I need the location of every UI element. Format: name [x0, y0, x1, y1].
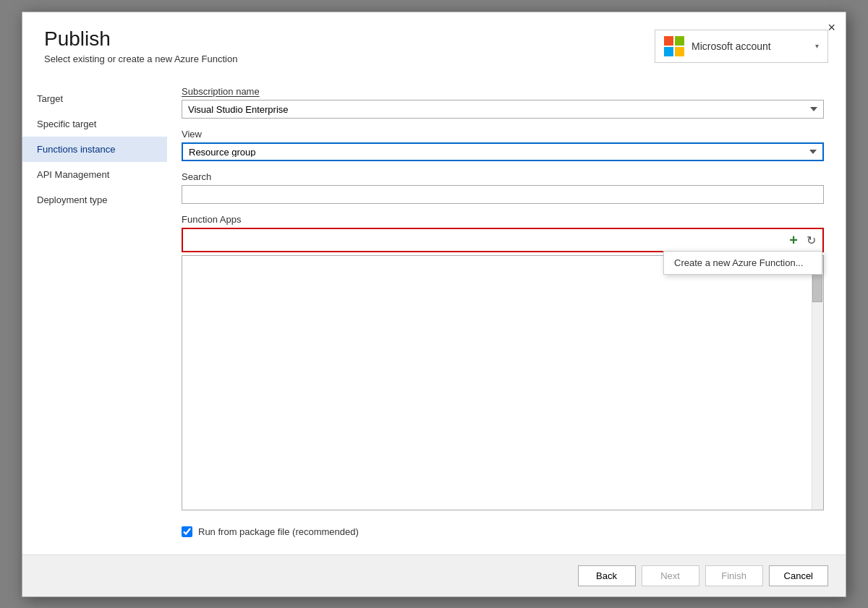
finish-button[interactable]: Finish: [705, 565, 763, 586]
search-input[interactable]: [182, 185, 824, 204]
back-button[interactable]: Back: [578, 565, 636, 586]
dialog-title: Publish: [44, 27, 237, 51]
function-apps-section: Function Apps + ↻ Create a new Azure Fun…: [182, 214, 824, 510]
sidebar-item-specific-target[interactable]: Specific target: [22, 111, 167, 137]
sidebar-item-target[interactable]: Target: [22, 86, 167, 111]
account-name: Microsoft account: [692, 40, 809, 52]
function-apps-toolbar: + ↻ Create a new Azure Function...: [182, 228, 824, 252]
create-azure-function-item[interactable]: Create a new Azure Function...: [664, 252, 822, 274]
subscription-label: Subscription name: [182, 86, 824, 97]
subscription-group: Subscription name Visual Studio Enterpri…: [182, 86, 824, 119]
package-file-label: Run from package file (recommended): [198, 526, 359, 537]
function-apps-list[interactable]: [182, 255, 824, 510]
title-block: Publish Select existing or create a new …: [44, 27, 237, 65]
package-file-checkbox[interactable]: [182, 526, 192, 537]
add-icon: +: [789, 232, 798, 249]
sidebar-item-deployment-type[interactable]: Deployment type: [22, 187, 167, 213]
next-button[interactable]: Next: [642, 565, 699, 586]
main-content: Subscription name Visual Studio Enterpri…: [167, 72, 846, 554]
package-file-row: Run from package file (recommended): [182, 521, 824, 540]
function-apps-label: Function Apps: [182, 214, 824, 225]
sidebar-item-api-management[interactable]: API Management: [22, 162, 167, 187]
view-label: View: [182, 129, 824, 140]
close-button[interactable]: ×: [827, 21, 835, 34]
search-label: Search: [182, 171, 824, 182]
refresh-button[interactable]: ↻: [802, 231, 820, 249]
microsoft-logo: [664, 36, 684, 56]
account-selector[interactable]: Microsoft account ▾: [655, 30, 828, 63]
sidebar: Target Specific target Functions instanc…: [22, 72, 167, 554]
cancel-button[interactable]: Cancel: [769, 565, 828, 586]
chevron-down-icon: ▾: [815, 42, 819, 50]
dialog-subtitle: Select existing or create a new Azure Fu…: [44, 53, 237, 64]
view-group: View Resource group: [182, 129, 824, 161]
view-select[interactable]: Resource group: [182, 142, 824, 161]
sidebar-item-functions-instance[interactable]: Functions instance: [22, 137, 167, 162]
dialog-body: Target Specific target Functions instanc…: [22, 72, 846, 554]
add-function-button[interactable]: +: [785, 231, 802, 249]
search-group: Search: [182, 171, 824, 204]
publish-dialog: × Publish Select existing or create a ne…: [22, 12, 846, 597]
create-function-dropdown: Create a new Azure Function...: [663, 251, 822, 275]
scrollbar-track: [812, 256, 823, 509]
refresh-icon: ↻: [807, 234, 816, 247]
dialog-header: Publish Select existing or create a new …: [22, 12, 846, 72]
subscription-select[interactable]: Visual Studio Enterprise: [182, 100, 824, 119]
dialog-footer: Back Next Finish Cancel: [22, 555, 846, 596]
